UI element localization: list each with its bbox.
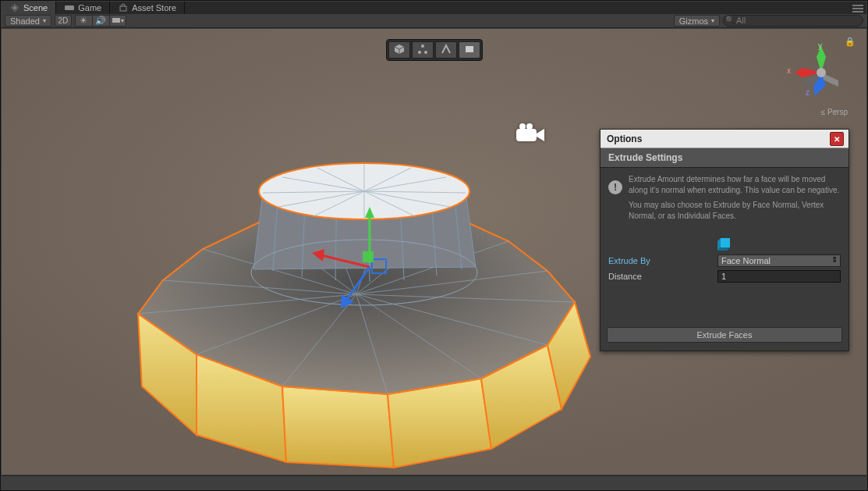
close-icon: ✕ bbox=[834, 135, 840, 144]
tab-label: Scene bbox=[23, 3, 48, 12]
options-fields: Extrude By Face Normal Distance 1 bbox=[601, 254, 849, 291]
fx-icon bbox=[112, 16, 121, 26]
distance-row: Distance 1 bbox=[608, 269, 841, 283]
svg-point-62 bbox=[526, 123, 533, 130]
svg-marker-69 bbox=[721, 238, 730, 247]
cube-icon bbox=[394, 44, 405, 56]
tab-scene[interactable]: Scene bbox=[2, 2, 56, 14]
mesh-object[interactable] bbox=[103, 99, 602, 474]
extrude-by-dropdown[interactable]: Face Normal bbox=[717, 254, 841, 267]
scene-camera-icon bbox=[516, 123, 546, 150]
scene-viewport[interactable]: 🔒 y x z ≤ Persp Options ✕ bbox=[2, 29, 866, 475]
pb-face-mode-button[interactable] bbox=[459, 41, 480, 59]
axis-z-label: z bbox=[806, 88, 810, 97]
gizmos-label: Gizmos bbox=[679, 16, 708, 26]
options-panel-header[interactable]: Options ✕ bbox=[601, 130, 849, 148]
face-icon bbox=[464, 44, 475, 56]
dropdown-caret-icon: ▾ bbox=[121, 17, 124, 24]
pb-vertex-mode-button[interactable] bbox=[412, 41, 434, 59]
status-bar bbox=[2, 475, 866, 489]
gizmo-lock-icon[interactable]: 🔒 bbox=[845, 37, 856, 47]
gizmos-dropdown[interactable]: Gizmos ▾ bbox=[674, 15, 720, 27]
tab-asset-store[interactable]: Asset Store bbox=[110, 2, 185, 14]
pb-edge-mode-button[interactable] bbox=[435, 41, 457, 59]
extrude-by-label: Extrude By bbox=[608, 256, 717, 265]
svg-marker-4 bbox=[282, 386, 394, 468]
projection-label[interactable]: ≤ Persp bbox=[821, 108, 848, 116]
extrude-by-row: Extrude By Face Normal bbox=[608, 254, 841, 268]
extrude-preview-icon-row bbox=[601, 230, 849, 254]
asset-store-tab-icon bbox=[118, 2, 129, 13]
unity-editor-window: Scene Game Asset Store Shaded ▾ 2D ☀ bbox=[0, 0, 868, 491]
distance-value: 1 bbox=[721, 272, 726, 281]
game-tab-icon bbox=[64, 2, 75, 13]
distance-label: Distance bbox=[608, 272, 717, 281]
shading-mode-label: Shaded bbox=[10, 16, 40, 26]
fx-toggle[interactable]: ▾ bbox=[109, 15, 126, 27]
axis-y-label: y bbox=[818, 41, 822, 50]
2d-toggle[interactable]: 2D bbox=[55, 15, 72, 27]
extrude-preview-icon bbox=[716, 235, 733, 254]
extrude-faces-button[interactable]: Extrude Faces bbox=[607, 327, 842, 343]
probuilder-mode-toolbar bbox=[386, 39, 483, 61]
info-line-2: You may also choose to Extrude by Face N… bbox=[629, 200, 841, 221]
scene-toolbar: Shaded ▾ 2D ☀ 🔊 ▾ Gizmos ▾ All bbox=[2, 14, 866, 28]
audio-toggle[interactable]: 🔊 bbox=[92, 15, 109, 27]
svg-rect-1 bbox=[112, 18, 120, 23]
audio-icon: 🔊 bbox=[95, 16, 106, 26]
tab-label: Game bbox=[78, 3, 101, 12]
lighting-toggle[interactable]: ☀ bbox=[75, 15, 92, 27]
distance-input[interactable]: 1 bbox=[717, 270, 841, 283]
dropdown-caret-icon: ▾ bbox=[43, 17, 46, 24]
info-text: Extrude Amount determines how far a face… bbox=[629, 174, 841, 226]
dropdown-caret-icon: ▾ bbox=[711, 17, 714, 24]
tab-context-menu-button[interactable] bbox=[852, 3, 863, 12]
svg-point-68 bbox=[817, 68, 826, 77]
pb-object-mode-button[interactable] bbox=[388, 41, 410, 59]
svg-marker-60 bbox=[466, 46, 473, 52]
svg-point-61 bbox=[519, 123, 526, 130]
search-placeholder: All bbox=[736, 16, 746, 25]
svg-point-57 bbox=[418, 51, 421, 54]
svg-rect-0 bbox=[120, 6, 126, 11]
extrude-by-value: Face Normal bbox=[721, 256, 771, 265]
edge-icon bbox=[441, 44, 452, 56]
extrude-options-panel: Options ✕ Extrude Settings ! Extrude Amo… bbox=[600, 129, 849, 351]
options-body: ! Extrude Amount determines how far a fa… bbox=[601, 168, 849, 350]
scene-visibility-group: ☀ 🔊 ▾ bbox=[75, 15, 126, 27]
view-tab-bar: Scene Game Asset Store bbox=[2, 2, 866, 14]
tab-game[interactable]: Game bbox=[56, 2, 110, 14]
action-label: Extrude Faces bbox=[697, 330, 753, 340]
options-title: Options bbox=[607, 133, 642, 144]
shading-mode-dropdown[interactable]: Shaded ▾ bbox=[5, 15, 51, 27]
svg-rect-48 bbox=[363, 251, 374, 262]
hierarchy-search-input[interactable]: All bbox=[723, 15, 863, 27]
orientation-gizmo[interactable]: 🔒 y x z ≤ Persp bbox=[790, 41, 852, 112]
tab-label: Asset Store bbox=[132, 3, 176, 12]
sun-icon: ☀ bbox=[80, 16, 87, 26]
options-info-box: ! Extrude Amount determines how far a fa… bbox=[601, 168, 849, 230]
info-icon: ! bbox=[608, 180, 622, 194]
info-line-1: Extrude Amount determines how far a face… bbox=[629, 174, 841, 195]
options-subtitle: Extrude Settings bbox=[601, 148, 849, 168]
vertex-icon bbox=[417, 44, 428, 56]
scene-tab-icon bbox=[9, 2, 20, 13]
options-close-button[interactable]: ✕ bbox=[830, 132, 844, 146]
svg-point-59 bbox=[421, 44, 424, 48]
axis-x-label: x bbox=[787, 66, 791, 75]
svg-point-58 bbox=[424, 51, 427, 54]
